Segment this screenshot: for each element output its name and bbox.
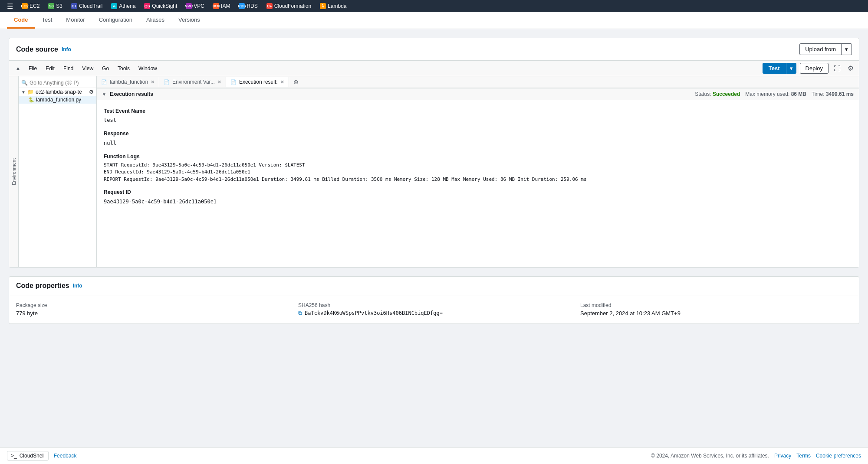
folder-icon: 📁 [27, 89, 34, 95]
add-tab-button[interactable]: ⊕ [289, 76, 303, 88]
cloudtrail-icon: CT [71, 3, 77, 9]
execution-section-title: Execution results [110, 91, 153, 97]
cookie-link[interactable]: Cookie preferences [816, 453, 861, 459]
tree-file-item[interactable]: 🐍 lambda_function.py [19, 96, 96, 104]
nav-iam[interactable]: IAM IAM [210, 2, 233, 10]
nav-lambda[interactable]: λ Lambda [316, 2, 350, 10]
footer-copyright: © 2024, Amazon Web Services, Inc. or its… [651, 453, 769, 459]
test-button-group: Test ▾ [763, 63, 796, 74]
privacy-link[interactable]: Privacy [774, 453, 791, 459]
nav-cloudformation[interactable]: CF CloudFormation [263, 2, 315, 10]
menu-file[interactable]: File [27, 64, 39, 73]
log-line-1: START RequestId: 9ae43129-5a0c-4c59-b4d1… [104, 162, 852, 169]
nav-athena[interactable]: A Athena [108, 2, 139, 10]
nav-s3[interactable]: S3 S3 [45, 2, 66, 10]
tab-exec-icon: 📄 [230, 79, 237, 85]
main-content: Code source Info Upload from ▾ ▲ File Ed… [0, 29, 868, 447]
sha256-text: BaTckvDk4K6uWSpsPPvtkv3oi6Hs406BINCbiqED… [305, 310, 443, 316]
sha256-label: SHA256 hash [298, 302, 570, 308]
hamburger-menu[interactable]: ☰ [3, 2, 16, 10]
menu-find[interactable]: Find [62, 64, 75, 73]
editor-tab-lambda-function[interactable]: 📄 lambda_function ✕ [97, 77, 159, 87]
file-search-input[interactable] [30, 80, 94, 86]
code-properties-info-link[interactable]: Info [73, 283, 82, 289]
fold-button[interactable]: ▲ [13, 64, 23, 73]
nav-rds[interactable]: RDS RDS [235, 2, 261, 10]
environment-label: Environment [11, 158, 16, 185]
nav-quicksight[interactable]: QS QuickSight [141, 2, 181, 10]
package-size-text: 779 byte [16, 310, 38, 317]
editor-body: Environment 🔍 ▼ 📁 ec2-lambda-snap-te ⚙ [9, 76, 859, 267]
s3-icon: S3 [48, 3, 54, 9]
editor-tab-env-var[interactable]: 📄 Environment Var... ✕ [159, 77, 226, 87]
fullscreen-button[interactable]: ⛶ [832, 63, 842, 74]
file-icon: 🐍 [28, 97, 34, 103]
athena-label: Athena [119, 3, 135, 9]
cloudshell-button[interactable]: >_ CloudShell [7, 451, 49, 461]
nav-vpc[interactable]: VPC VPC [182, 2, 208, 10]
menu-go[interactable]: Go [100, 64, 111, 73]
code-source-info-link[interactable]: Info [62, 46, 71, 52]
deploy-button[interactable]: Deploy [800, 63, 829, 74]
page-container: Code Test Monitor Configuration Aliases … [0, 12, 868, 464]
copy-icon[interactable]: ⧉ [298, 310, 302, 316]
tab-aliases[interactable]: Aliases [139, 12, 171, 29]
editor-toolbar: ▲ File Edit Find View Go Tools Window Te… [9, 61, 859, 76]
terms-link[interactable]: Terms [796, 453, 811, 459]
page-footer: >_ CloudShell Feedback © 2024, Amazon We… [0, 447, 868, 464]
last-modified-label: Last modified [580, 302, 852, 308]
file-name: lambda_function.py [36, 97, 81, 103]
sha256-value: ⧉ BaTckvDk4K6uWSpsPPvtkv3oi6Hs406BINCbiq… [298, 310, 570, 316]
cloudtrail-label: CloudTrail [79, 3, 102, 9]
code-source-title-text: Code source [16, 46, 58, 53]
last-modified-item: Last modified September 2, 2024 at 10:23… [580, 302, 852, 317]
tab-exec-label: Execution result: [239, 79, 278, 85]
feedback-link[interactable]: Feedback [54, 453, 77, 459]
menu-window[interactable]: Window [137, 64, 159, 73]
lambda-icon: λ [320, 3, 326, 9]
response-label: Response [104, 130, 852, 138]
tab-configuration[interactable]: Configuration [92, 12, 139, 29]
editor-settings-button[interactable]: ⚙ [846, 62, 855, 74]
code-source-header: Code source Info Upload from ▾ [9, 38, 859, 61]
folder-name: ec2-lambda-snap-te [36, 89, 82, 95]
footer-right: © 2024, Amazon Web Services, Inc. or its… [651, 453, 861, 459]
menu-tools[interactable]: Tools [116, 64, 132, 73]
nav-cloudtrail[interactable]: CT CloudTrail [68, 2, 106, 10]
nav-ec2[interactable]: EC2 EC2 [18, 2, 43, 10]
folder-settings-icon[interactable]: ⚙ [89, 89, 94, 95]
athena-icon: A [111, 3, 117, 9]
lambda-label: Lambda [328, 3, 346, 9]
top-nav: ☰ EC2 EC2 S3 S3 CT CloudTrail A Athena Q… [0, 0, 868, 12]
tab-lambda-close[interactable]: ✕ [151, 79, 155, 85]
file-tree: 🔍 ▼ 📁 ec2-lambda-snap-te ⚙ 🐍 lambda_func… [19, 76, 97, 267]
upload-btn-label: Upload from [800, 44, 842, 55]
tab-env-close[interactable]: ✕ [217, 79, 221, 85]
rds-label: RDS [247, 3, 257, 9]
editor-tab-execution-result[interactable]: 📄 Execution result: ✕ [226, 77, 289, 87]
tab-file-icon: 📄 [101, 79, 107, 85]
upload-from-button[interactable]: Upload from ▾ [799, 43, 852, 55]
test-event-value: test [104, 116, 852, 124]
environment-panel[interactable]: Environment [9, 76, 19, 267]
menu-view[interactable]: View [80, 64, 95, 73]
tab-versions[interactable]: Versions [171, 12, 207, 29]
execution-header: ▼ Execution results Status: Succeeded Ma… [97, 88, 859, 100]
last-modified-text: September 2, 2024 at 10:23 AM GMT+9 [580, 310, 681, 317]
tab-test[interactable]: Test [35, 12, 59, 29]
tree-folder-item[interactable]: ▼ 📁 ec2-lambda-snap-te ⚙ [19, 88, 96, 96]
file-tree-search: 🔍 [19, 78, 96, 88]
menu-edit[interactable]: Edit [44, 64, 56, 73]
search-icon: 🔍 [21, 80, 28, 86]
tab-code[interactable]: Code [7, 12, 35, 29]
rds-icon: RDS [239, 3, 245, 9]
ec2-label: EC2 [30, 3, 39, 9]
test-dropdown-button[interactable]: ▾ [786, 63, 796, 74]
execution-content: Test Event Name test Response null Funct… [97, 100, 859, 267]
code-properties-title: Code properties Info [16, 282, 852, 290]
iam-label: IAM [221, 3, 230, 9]
tab-monitor[interactable]: Monitor [59, 12, 92, 29]
code-properties-panel: Code properties Info Package size 779 by… [9, 276, 859, 324]
test-button[interactable]: Test [763, 63, 786, 74]
tab-exec-close[interactable]: ✕ [280, 79, 284, 85]
